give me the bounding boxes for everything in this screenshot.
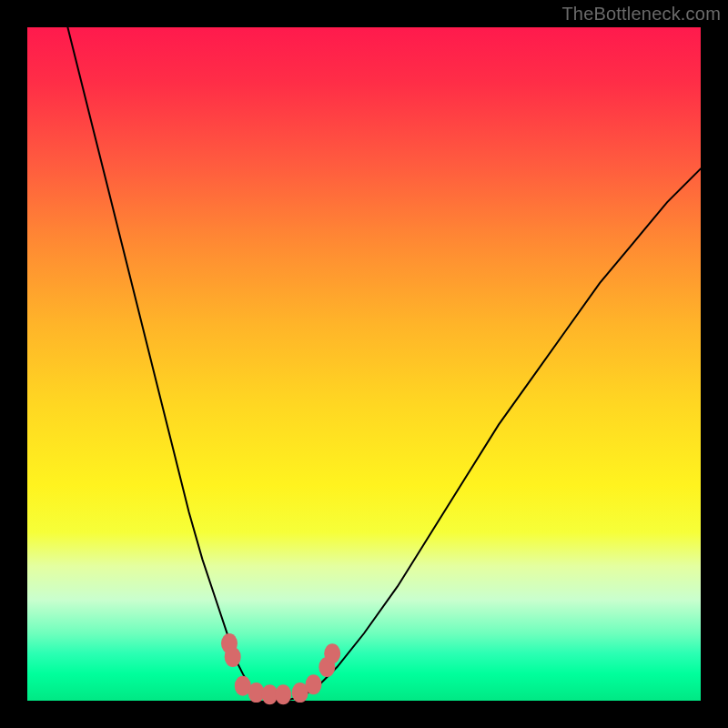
watermark-text: TheBottleneck.com bbox=[561, 4, 721, 25]
plot-area bbox=[27, 27, 701, 701]
valley-marker bbox=[306, 674, 322, 694]
curve-right-branch bbox=[303, 168, 701, 695]
valley-markers bbox=[221, 633, 340, 704]
valley-marker bbox=[225, 647, 241, 667]
valley-marker bbox=[324, 643, 340, 663]
outer-frame: TheBottleneck.com bbox=[0, 0, 728, 728]
curve-svg bbox=[27, 27, 701, 701]
valley-marker bbox=[275, 684, 291, 704]
curve-left-branch bbox=[67, 27, 263, 697]
